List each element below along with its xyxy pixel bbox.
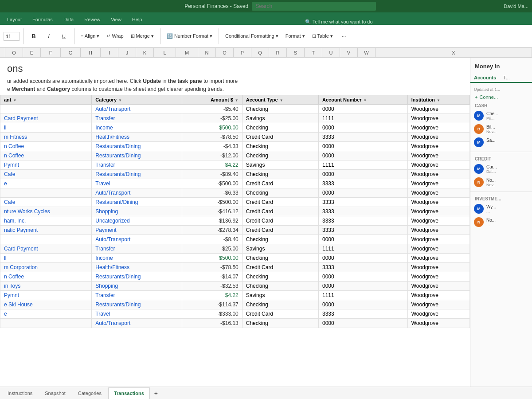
col-header-v[interactable]: V <box>340 48 358 57</box>
col-header-amount[interactable]: Amount $▼ <box>182 95 242 105</box>
col-header-f[interactable]: F <box>41 48 61 57</box>
cell-merchant: n Coffee <box>0 151 92 160</box>
font-size-input[interactable] <box>4 32 20 41</box>
tab-view[interactable]: View <box>106 14 127 25</box>
sheet-description: ur added accounts are automatically impo… <box>7 77 463 93</box>
table-row[interactable]: Pymnt Transfer $4.22 Savings 1111 Woodgr… <box>0 160 470 170</box>
table-row[interactable]: Card Payment Transfer -$25.00 Savings 11… <box>0 244 470 254</box>
conditional-format-button[interactable]: Conditional Formatting ▾ <box>223 32 281 40</box>
account-item-bill[interactable]: B Bil... Nov... <box>470 122 532 136</box>
table-row[interactable]: m Corporation Health/Fitness -$78.50 Cre… <box>0 263 470 272</box>
account-item-savings[interactable]: M Sa... ... <box>470 136 532 149</box>
transactions-table-container[interactable]: ant▼ Category▼ Amount $▼ Account Type▼ A <box>0 95 470 328</box>
panel-tab-t[interactable]: T... <box>500 73 513 82</box>
cell-category: Auto/Transport <box>92 235 182 244</box>
table-row[interactable]: Pymnt Transfer $4.22 Savings 1111 Woodgr… <box>0 291 470 300</box>
tab-formulas[interactable]: Formulas <box>27 14 58 25</box>
tab-help[interactable]: Help <box>127 14 148 25</box>
tab-data[interactable]: Data <box>58 14 79 25</box>
col-header-m[interactable]: M <box>176 48 198 57</box>
col-header-j[interactable]: J <box>118 48 136 57</box>
cell-account-number: 0000 <box>318 300 407 309</box>
col-header-category[interactable]: Category▼ <box>92 95 182 105</box>
col-header-merchant[interactable]: ant▼ <box>0 95 92 105</box>
table-row[interactable]: n Coffee Restaurants/Dining -$4.33 Check… <box>0 142 470 151</box>
cell-category: Payment <box>92 226 182 235</box>
col-header-g[interactable]: G <box>61 48 81 57</box>
account-item-invest1[interactable]: M Wy... ... <box>470 202 532 215</box>
table-row[interactable]: Cafe Restaurant/Dining -$500.00 Credit C… <box>0 198 470 207</box>
account-item-card1[interactable]: M Car... Dat... <box>470 162 532 176</box>
col-header-l[interactable]: L <box>154 48 176 57</box>
tab-instructions[interactable]: Instructions <box>2 387 38 399</box>
col-header-account-number[interactable]: Account Number▼ <box>318 95 407 105</box>
table-row[interactable]: ll Income $500.00 Checking 0000 Woodgrov… <box>0 254 470 263</box>
col-header-k[interactable]: K <box>136 48 154 57</box>
account-item-invest2[interactable]: N No... ... <box>470 215 532 229</box>
cell-account-type: Checking <box>242 235 318 244</box>
tab-snapshot[interactable]: Snapshot <box>39 387 71 399</box>
add-sheet-button[interactable]: + <box>151 388 161 399</box>
table-row[interactable]: Auto/Transport -$5.40 Checking 0000 Wood… <box>0 105 470 114</box>
table-row[interactable]: Auto/Transport -$6.33 Checking 0000 Wood… <box>0 188 470 198</box>
col-header-i[interactable]: I <box>101 48 118 57</box>
table-row[interactable]: Auto/Transport -$16.13 Checking 0000 Woo… <box>0 319 470 328</box>
table-row[interactable]: natic Payment Payment -$278.34 Credit Ca… <box>0 226 470 235</box>
wrap-button[interactable]: ↵ Wrap <box>104 32 126 40</box>
table-row[interactable]: e Ski House Restaurants/Dining -$114.37 … <box>0 300 470 309</box>
underline-button[interactable]: U <box>57 33 70 40</box>
col-header-h[interactable]: H <box>81 48 101 57</box>
merge-button[interactable]: ⊞ Merge ▾ <box>128 32 156 40</box>
tab-layout[interactable]: Layout <box>2 14 27 25</box>
search-input[interactable] <box>252 2 376 11</box>
format-button[interactable]: Format ▾ <box>283 32 308 40</box>
col-header-account-type[interactable]: Account Type▼ <box>242 95 318 105</box>
col-header-r[interactable]: R <box>269 48 287 57</box>
account-item-card2[interactable]: N No... Nov... <box>470 176 532 189</box>
cell-account-number: 0000 <box>318 235 407 244</box>
table-row[interactable]: ll Income $500.00 Checking 0000 Woodgrov… <box>0 123 470 133</box>
more-button[interactable]: ··· <box>337 33 351 40</box>
col-header-e[interactable]: E <box>23 48 41 57</box>
col-header-o2[interactable]: O <box>216 48 234 57</box>
number-format-button[interactable]: 🔢 Number Format ▾ <box>164 32 215 40</box>
panel-tab-accounts[interactable]: Accounts <box>470 73 500 83</box>
align-button[interactable]: ≡ Align ▾ <box>78 32 102 40</box>
col-header-t[interactable]: T <box>305 48 322 57</box>
table-row[interactable]: n Coffee Restaurants/Dining -$14.07 Chec… <box>0 272 470 282</box>
table-row[interactable]: nture Works Cycles Shopping -$416.12 Cre… <box>0 207 470 216</box>
col-header-q[interactable]: Q <box>251 48 269 57</box>
col-header-u[interactable]: U <box>322 48 340 57</box>
add-connection-button[interactable]: +Conne... <box>470 93 532 102</box>
col-header-p[interactable]: P <box>234 48 251 57</box>
col-header-w[interactable]: W <box>358 48 376 57</box>
col-header-s[interactable]: S <box>287 48 305 57</box>
table-row[interactable]: e Travel -$333.00 Credit Card 3333 Woodg… <box>0 309 470 319</box>
cell-account-number: 0000 <box>318 319 407 328</box>
table-row[interactable]: n Coffee Restaurants/Dining -$12.00 Chec… <box>0 151 470 160</box>
tab-review[interactable]: Review <box>79 14 106 25</box>
column-headers: O E F G H I J K L M N O P Q R S T U V W … <box>0 48 532 58</box>
bold-button[interactable]: B <box>27 32 40 40</box>
table-row[interactable]: Card Payment Transfer -$25.00 Savings 11… <box>0 114 470 123</box>
table-row[interactable]: ham, Inc. Uncategorized -$136.92 Credit … <box>0 216 470 226</box>
col-header-o[interactable]: O <box>5 48 23 57</box>
table-row[interactable]: e Travel -$500.00 Credit Card 3333 Woodg… <box>0 179 470 188</box>
tab-categories[interactable]: Categories <box>72 387 107 399</box>
table-row[interactable]: Cafe Restaurants/Dining -$89.40 Checking… <box>0 170 470 179</box>
table-row[interactable]: in Toys Shopping -$32.53 Checking 0000 W… <box>0 282 470 291</box>
italic-button[interactable]: I <box>42 32 55 40</box>
cell-account-type: Checking <box>242 142 318 151</box>
table-row[interactable]: Auto/Transport -$8.40 Checking 0000 Wood… <box>0 235 470 244</box>
cell-category: Restaurant/Dining <box>92 198 182 207</box>
cell-amount: -$78.50 <box>182 263 242 272</box>
table-row[interactable]: m Fitness Health/Fitness -$78.50 Credit … <box>0 133 470 142</box>
cell-institution: Woodgrove <box>407 123 469 133</box>
account-item-checking[interactable]: M Che... Pri... <box>470 109 532 122</box>
user-name: David Ma... <box>504 4 528 9</box>
table-button[interactable]: ⊡ Table ▾ <box>309 32 336 40</box>
col-header-x[interactable]: X <box>376 48 532 57</box>
col-header-institution[interactable]: Institution▼ <box>407 95 469 105</box>
col-header-n[interactable]: N <box>198 48 216 57</box>
tab-transactions[interactable]: Transactions <box>108 387 150 399</box>
